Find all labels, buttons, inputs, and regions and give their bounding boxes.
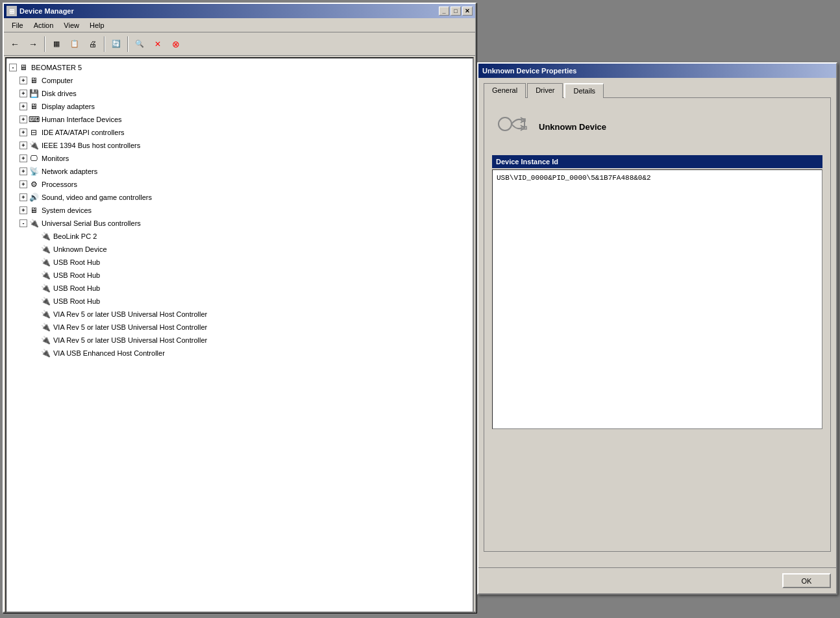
tree-item-sound[interactable]: + 🔊 Sound, video and game controllers	[6, 191, 473, 204]
tree-item-via-1[interactable]: 🔌 VIA Rev 5 or later USB Universal Host …	[6, 308, 473, 321]
tree-item-via-3[interactable]: 🔌 VIA Rev 5 or later USB Universal Host …	[6, 334, 473, 347]
device-instance-id: USB\VID_0000&PID_0000\5&1B7FA488&0&2	[497, 174, 651, 182]
usb-root-3-icon: 🔌	[40, 283, 51, 293]
hid-expand-icon[interactable]: +	[19, 116, 27, 123]
usb-root-2-label: USB Root Hub	[53, 271, 100, 279]
display-label: Display adapters	[42, 103, 95, 110]
tree-item-ide[interactable]: + ⊟ IDE ATA/ATAPI controllers	[6, 126, 473, 139]
tree-item-processors[interactable]: + ⚙ Processors	[6, 178, 473, 191]
tree-item-unknown[interactable]: 🔌 Unknown Device	[6, 243, 473, 256]
sound-expand-icon[interactable]: +	[19, 193, 27, 201]
tab-general[interactable]: General	[484, 83, 526, 98]
properties-dialog: Unknown Device Properties General Driver…	[477, 62, 837, 595]
display-icon: 🖥	[29, 101, 39, 112]
monitors-expand-icon[interactable]: +	[19, 154, 27, 162]
title-bar: ⊞ Device Manager _ □ ✕	[4, 4, 475, 18]
dialog-content: General Driver Details	[478, 78, 836, 557]
detail-field-value: USB\VID_0000&PID_0000\5&1B7FA488&0&2	[492, 169, 822, 429]
tree-item-via-2[interactable]: 🔌 VIA Rev 5 or later USB Universal Host …	[6, 321, 473, 334]
app-icon: ⊞	[6, 6, 17, 16]
tree-item-usb-root-1[interactable]: 🔌 USB Root Hub	[6, 256, 473, 269]
beolink-label: BeoLink PC 2	[53, 232, 97, 240]
update-driver-button[interactable]: 📋	[66, 36, 83, 53]
processors-expand-icon[interactable]: +	[19, 180, 27, 188]
usb-svg-icon	[497, 111, 528, 137]
tree-item-hid[interactable]: + ⌨ Human Interface Devices	[6, 113, 473, 126]
root-expand-icon[interactable]: -	[9, 64, 17, 71]
root-label: BEOMASTER 5	[31, 64, 82, 71]
sound-label: Sound, video and game controllers	[42, 193, 152, 201]
usb-controller-icon: 🔌	[29, 218, 39, 229]
tree-item-monitors[interactable]: + 🖵 Monitors	[6, 152, 473, 165]
maximize-button[interactable]: □	[451, 6, 461, 16]
network-label: Network adapters	[42, 167, 97, 175]
unknown-device-icon: 🔌	[40, 244, 51, 254]
detail-field-label[interactable]: Device Instance Id	[492, 155, 822, 168]
tree-item-usb[interactable]: - 🔌 Universal Serial Bus controllers	[6, 217, 473, 230]
toolbar: ← → ▦ 📋 🖨 🔄 🔍 ✕ ⊗	[4, 32, 475, 56]
computer-device-icon: 🖥	[29, 75, 39, 86]
device-manager-window: ⊞ Device Manager _ □ ✕ File Action View …	[3, 3, 476, 613]
window-controls: _ □ ✕	[439, 6, 473, 16]
ide-label: IDE ATA/ATAPI controllers	[42, 129, 125, 136]
minimize-button[interactable]: _	[439, 6, 449, 16]
ieee-expand-icon[interactable]: +	[19, 142, 27, 149]
tree-item-system[interactable]: + 🖥 System devices	[6, 204, 473, 217]
disable-button[interactable]: ⊗	[167, 36, 184, 53]
scan-button[interactable]: 🔍	[131, 36, 148, 53]
network-icon: 📡	[29, 166, 39, 177]
device-name: Unknown Device	[539, 122, 606, 132]
disk-expand-icon[interactable]: +	[19, 90, 27, 97]
tree-root[interactable]: - 🖥 BEOMASTER 5	[6, 61, 473, 74]
menu-action[interactable]: Action	[29, 20, 59, 31]
ok-button[interactable]: OK	[782, 573, 831, 588]
tree-item-disk[interactable]: + 💾 Disk drives	[6, 87, 473, 100]
via-1-label: VIA Rev 5 or later USB Universal Host Co…	[53, 310, 207, 318]
tree-item-usb-root-4[interactable]: 🔌 USB Root Hub	[6, 295, 473, 308]
system-expand-icon[interactable]: +	[19, 206, 27, 214]
tree-item-usb-root-2[interactable]: 🔌 USB Root Hub	[6, 269, 473, 282]
ide-expand-icon[interactable]: +	[19, 129, 27, 136]
close-button[interactable]: ✕	[462, 6, 473, 16]
usb-root-1-icon: 🔌	[40, 257, 51, 267]
dialog-title-bar: Unknown Device Properties	[478, 64, 836, 78]
via-3-label: VIA Rev 5 or later USB Universal Host Co…	[53, 336, 207, 344]
usb-expand-icon[interactable]: -	[19, 219, 27, 227]
tree-item-network[interactable]: + 📡 Network adapters	[6, 165, 473, 178]
menu-view[interactable]: View	[58, 20, 84, 31]
computer-expand-icon[interactable]: +	[19, 77, 27, 84]
ide-icon: ⊟	[29, 127, 39, 138]
network-expand-icon[interactable]: +	[19, 167, 27, 175]
via-enhanced-label: VIA USB Enhanced Host Controller	[53, 349, 165, 357]
unknown-label: Unknown Device	[53, 245, 107, 253]
tree-item-usb-root-3[interactable]: 🔌 USB Root Hub	[6, 282, 473, 295]
print-button[interactable]: 🖨	[84, 36, 101, 53]
via-2-icon: 🔌	[40, 322, 51, 332]
device-header: Unknown Device	[492, 106, 822, 147]
disk-icon: 💾	[29, 88, 39, 99]
tree-item-ieee[interactable]: + 🔌 IEEE 1394 Bus host controllers	[6, 139, 473, 152]
device-tree: - 🖥 BEOMASTER 5 + 🖥 Computer + 💾 Disk dr…	[5, 57, 474, 613]
back-button[interactable]: ←	[6, 36, 23, 53]
menu-file[interactable]: File	[6, 20, 29, 31]
tree-item-beolink[interactable]: 🔌 BeoLink PC 2	[6, 230, 473, 243]
processors-label: Processors	[42, 180, 77, 188]
remove-button[interactable]: ✕	[149, 36, 166, 53]
menu-help[interactable]: Help	[84, 20, 110, 31]
beolink-icon: 🔌	[40, 231, 51, 241]
tree-item-via-enhanced[interactable]: 🔌 VIA USB Enhanced Host Controller	[6, 347, 473, 360]
tree-container: - 🖥 BEOMASTER 5 + 🖥 Computer + 💾 Disk dr…	[6, 58, 473, 612]
hid-label: Human Interface Devices	[42, 116, 122, 123]
display-expand-icon[interactable]: +	[19, 103, 27, 110]
tree-item-computer[interactable]: + 🖥 Computer	[6, 74, 473, 87]
usb-root-4-label: USB Root Hub	[53, 297, 100, 305]
via-2-label: VIA Rev 5 or later USB Universal Host Co…	[53, 323, 207, 331]
usb-root-3-label: USB Root Hub	[53, 284, 100, 292]
tab-details[interactable]: Details	[564, 83, 604, 98]
refresh-button[interactable]: 🔄	[108, 36, 125, 53]
toolbar-sep-2	[104, 36, 105, 52]
forward-button[interactable]: →	[25, 36, 42, 53]
tab-driver[interactable]: Driver	[527, 83, 563, 98]
tree-item-display[interactable]: + 🖥 Display adapters	[6, 100, 473, 113]
properties-button[interactable]: ▦	[48, 36, 65, 53]
